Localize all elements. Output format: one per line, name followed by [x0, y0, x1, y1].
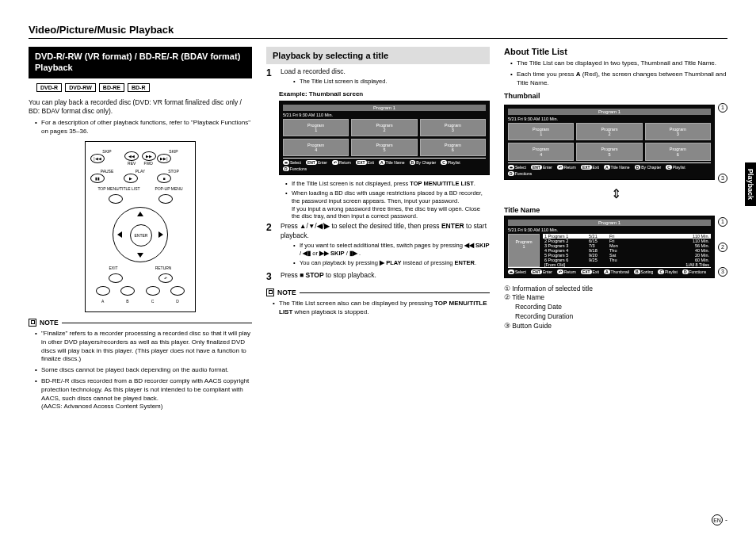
note-heading-2: NOTE [266, 289, 490, 296]
column-right: About Title List The Title List can be d… [504, 47, 727, 415]
thumbnail-screen-example: Program 1 5/21 Fri 9:30 AM 110 Min. Prog… [279, 101, 490, 175]
program-cell: Program 1 [508, 123, 574, 140]
intro-bullet: For a description of other playback func… [35, 119, 252, 136]
remote-btn-enter: ENTER [130, 224, 152, 246]
callout-1: 1 [718, 217, 727, 227]
after-screen-note: When loading a BD disc with usage restri… [285, 189, 490, 220]
column-middle: Playback by selecting a title 1 Load a r… [266, 47, 490, 415]
program-cell: Program 2 [351, 119, 417, 136]
about-bullet: The Title List can be displayed in two t… [510, 59, 727, 68]
note-icon [29, 319, 36, 327]
section-header-playback-format: DVD-R/-RW (VR format) / BD-RE/-R (BDAV f… [29, 47, 252, 78]
program-cell: Program 3 [645, 123, 711, 140]
after-screen-note: If the Title List screen is not displaye… [285, 180, 490, 188]
program-cell: Program 5 [576, 143, 642, 160]
column-left: DVD-R/-RW (VR format) / BD-RE/-R (BDAV f… [29, 47, 252, 415]
title-row-footer: [From Old]1/All 8 Titles [543, 262, 711, 267]
remote-btn-rev: ◀◀ [124, 151, 139, 161]
remote-btn-play: ▶ [124, 174, 138, 183]
step-1-text: Load a recorded disc. [281, 67, 346, 75]
program-cell: Program 5 [351, 139, 417, 156]
badge-dvd-rw: DVD-RW [65, 83, 96, 92]
note-item: BD-RE/-R discs recorded from a BD record… [35, 377, 252, 411]
callout-3: 3 [718, 174, 727, 183]
program-cell: Program 4 [508, 143, 574, 160]
bottom-note: The Title List screen also can be displa… [273, 300, 490, 317]
intro-text: You can play back a recorded disc (DVD: … [29, 98, 252, 117]
remote-btn-return: ↶ [158, 273, 173, 283]
callout-3: 3 [718, 267, 727, 277]
step-number: 2 [266, 222, 276, 268]
program-cell: Program 6 [420, 139, 486, 156]
about-bullet: Each time you press A (Red), the screen … [510, 71, 727, 88]
callout-2: 2 [718, 243, 727, 252]
remote-btn-a [96, 286, 110, 296]
remote-btn-topmenu [109, 194, 123, 204]
program-cell: Program 1 [283, 119, 349, 136]
example-label: Example: Thumbnail screen [279, 90, 490, 97]
titlename-label: Title Name [504, 206, 727, 214]
thumbnail-label: Thumbnail [504, 92, 727, 100]
remote-dpad: ENTER [113, 207, 168, 262]
remote-btn-c [146, 286, 160, 296]
badge-bd-r: BD-R [128, 83, 150, 92]
badge-dvd-r: DVD-R [36, 83, 62, 92]
program-cell: Program 4 [283, 139, 349, 156]
remote-label-popup: POP-UP MENU [155, 186, 182, 191]
step-1-sub: The Title List screen is displayed. [293, 78, 490, 86]
side-tab-playback: Playback [745, 162, 756, 206]
section-header-about-title-list: About Title List [504, 47, 727, 56]
remote-btn-fwd: ▶▶ [142, 151, 156, 161]
section-header-select-title: Playback by selecting a title [266, 47, 490, 64]
note-heading-1: NOTE [29, 319, 252, 327]
swap-arrow-icon: ⇕ [504, 186, 727, 201]
program-thumb: Program 1 [508, 234, 540, 267]
step-number: 1 [266, 67, 276, 87]
remote-label-topmenu: TOP MENU/TITLE LIST [97, 186, 139, 191]
note-item: Some discs cannot be played back dependi… [35, 366, 252, 375]
program-cell: Program 2 [576, 123, 642, 140]
program-cell: Program 6 [645, 143, 711, 160]
page-title: Video/Picture/Music Playback [29, 24, 727, 39]
thumbnail-screen: Program 1 5/21 Fri 9:30 AM 110 Min. Prog… [504, 105, 715, 179]
callout-1: 1 [718, 103, 727, 113]
remote-btn-popup [158, 194, 173, 204]
step-3-text: Press ■ STOP to stop playback. [281, 271, 490, 282]
program-cell: Program 3 [420, 119, 486, 136]
step-number: 3 [266, 271, 276, 282]
remote-btn-pause: ▮▮ [90, 174, 105, 183]
remote-btn-stop: ■ [157, 174, 171, 183]
remote-btn-d [170, 286, 185, 296]
remote-diagram: SKIP|◀◀ ◀◀▶▶REVFWD SKIP▶▶| PAUSE▮▮ PLAY▶… [85, 141, 196, 312]
legend: ① Information of selected title ② Title … [504, 285, 727, 331]
badge-bd-re: BD-RE [99, 83, 124, 92]
note-item: "Finalize" refers to a recorder processi… [35, 330, 252, 364]
page-language-mark: EN- [712, 514, 727, 525]
step-2-sub: If you want to select additional titles,… [293, 242, 490, 258]
titlename-screen: Program 1 5/21 Fri 9:30 AM 110 Min. Prog… [504, 216, 715, 278]
remote-btn-skip-prev: |◀◀ [90, 154, 105, 163]
remote-btn-exit [109, 273, 123, 283]
format-badges: DVD-R DVD-RW BD-RE BD-R [36, 83, 252, 92]
remote-btn-b [120, 286, 135, 296]
remote-btn-skip-next: ▶▶| [157, 154, 171, 163]
note-icon [266, 289, 274, 296]
step-2-text: Press ▲/▼/◀/▶ to select the desired titl… [281, 222, 487, 239]
step-2-sub: You can playback by pressing ▶ PLAY inst… [293, 259, 490, 267]
